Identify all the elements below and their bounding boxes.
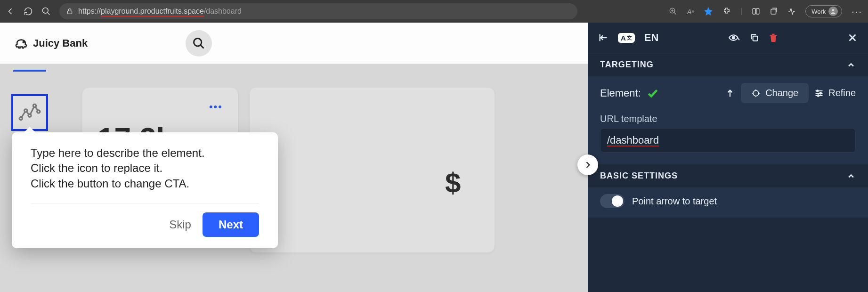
close-icon[interactable] xyxy=(847,32,858,43)
preview-icon[interactable] xyxy=(728,33,740,42)
chevron-up-icon xyxy=(846,60,856,70)
onboarding-popover: Type here to describe the element. Click… xyxy=(12,132,278,248)
profile-label: Work xyxy=(811,8,826,15)
delete-icon[interactable] xyxy=(769,32,778,43)
svg-point-13 xyxy=(37,110,40,113)
svg-point-14 xyxy=(732,37,735,39)
svg-point-18 xyxy=(820,92,821,94)
svg-rect-3 xyxy=(753,8,755,14)
duplicate-icon[interactable] xyxy=(750,33,759,42)
more-icon[interactable]: ··· xyxy=(852,6,862,17)
basic-section-header[interactable]: BASIC SETTINGS xyxy=(588,164,868,187)
browser-chrome: https://playground.productfruits.space/d… xyxy=(0,0,868,23)
svg-point-9 xyxy=(19,117,22,120)
url-host: playground.productfruits.space xyxy=(101,7,204,17)
refresh-icon[interactable] xyxy=(24,7,33,16)
url-text: https://playground.productfruits.space/d… xyxy=(78,7,242,16)
zoom-icon[interactable] xyxy=(669,7,677,16)
popover-actions: Skip Next xyxy=(31,212,259,237)
popover-line3: Click the button to change CTA. xyxy=(31,176,259,191)
refine-label: Refine xyxy=(828,88,856,98)
svg-point-12 xyxy=(33,104,36,107)
url-scheme: https:// xyxy=(78,7,101,15)
point-arrow-label: Point arrow to target xyxy=(632,196,717,207)
card-menu-icon[interactable]: ••• xyxy=(97,101,223,113)
sliders-icon xyxy=(814,89,824,98)
change-label: Change xyxy=(765,88,798,98)
next-button[interactable]: Next xyxy=(203,212,259,237)
active-tab-indicator xyxy=(13,70,46,72)
svg-point-7 xyxy=(23,41,24,43)
brand: Juicy Bank xyxy=(14,36,88,50)
read-aloud-icon[interactable]: A» xyxy=(687,8,694,16)
element-label: Element: xyxy=(600,87,641,99)
avatar-icon xyxy=(828,7,838,16)
brand-name: Juicy Bank xyxy=(33,37,88,49)
svg-point-16 xyxy=(753,90,759,96)
svg-point-8 xyxy=(194,38,202,46)
divider: | xyxy=(740,7,742,16)
editor-toolbar: A文 EN xyxy=(588,23,868,53)
editor-panel: A文 EN TARGETING Element: xyxy=(588,23,868,292)
url-bar[interactable]: https://playground.productfruits.space/d… xyxy=(59,3,577,19)
point-arrow-row: Point arrow to target xyxy=(588,187,868,218)
search-button[interactable] xyxy=(186,30,212,57)
browser-right-toolbar: A» | Work ··· xyxy=(669,5,862,17)
svg-point-11 xyxy=(28,114,31,117)
search-icon[interactable] xyxy=(41,7,51,16)
svg-rect-4 xyxy=(756,8,759,14)
collapse-left-icon[interactable] xyxy=(598,32,608,43)
url-path: /dashboard xyxy=(204,7,242,15)
targeting-section-header[interactable]: TARGETING xyxy=(588,53,868,76)
url-template-input[interactable] xyxy=(600,128,856,153)
url-template-label: URL template xyxy=(600,114,856,124)
piggy-bank-icon xyxy=(14,36,28,50)
collections-icon[interactable] xyxy=(770,7,778,16)
element-row: Element: Change Refine xyxy=(600,83,856,103)
navigate-up-icon[interactable] xyxy=(725,88,735,98)
svg-point-19 xyxy=(818,95,819,96)
refine-button[interactable]: Refine xyxy=(814,88,856,98)
popover-line2: Click the icon to replace it. xyxy=(31,161,259,176)
panel-collapse-button[interactable] xyxy=(577,154,598,175)
dollar-sign: $ xyxy=(445,167,461,199)
change-button[interactable]: Change xyxy=(741,83,809,103)
split-screen-icon[interactable] xyxy=(752,7,760,16)
skip-button[interactable]: Skip xyxy=(169,218,191,231)
chevron-up-icon xyxy=(846,171,856,181)
popover-line1: Type here to describe the element. xyxy=(31,146,259,161)
targeting-title: TARGETING xyxy=(600,60,654,70)
back-icon[interactable] xyxy=(6,7,15,16)
profile-pill[interactable]: Work xyxy=(805,5,842,17)
chart-icon-tile[interactable] xyxy=(11,94,48,131)
svg-rect-15 xyxy=(753,36,757,41)
basic-title: BASIC SETTINGS xyxy=(600,171,678,181)
svg-point-6 xyxy=(832,9,835,11)
targeting-section-body: Element: Change Refine URL template xyxy=(588,76,868,164)
svg-point-0 xyxy=(43,8,49,14)
performance-icon[interactable] xyxy=(787,7,796,16)
favorite-star-icon[interactable] xyxy=(704,7,713,16)
svg-rect-5 xyxy=(771,9,776,15)
language-label: EN xyxy=(644,32,659,44)
svg-point-17 xyxy=(817,90,818,91)
extensions-icon[interactable] xyxy=(722,7,731,16)
popover-divider xyxy=(31,203,259,204)
checkmark-icon xyxy=(647,87,659,99)
point-arrow-toggle[interactable] xyxy=(600,194,625,208)
svg-point-10 xyxy=(24,109,27,112)
lock-icon xyxy=(66,8,73,15)
svg-rect-1 xyxy=(67,11,72,14)
target-icon xyxy=(751,89,761,98)
translate-badge-icon[interactable]: A文 xyxy=(618,33,635,43)
